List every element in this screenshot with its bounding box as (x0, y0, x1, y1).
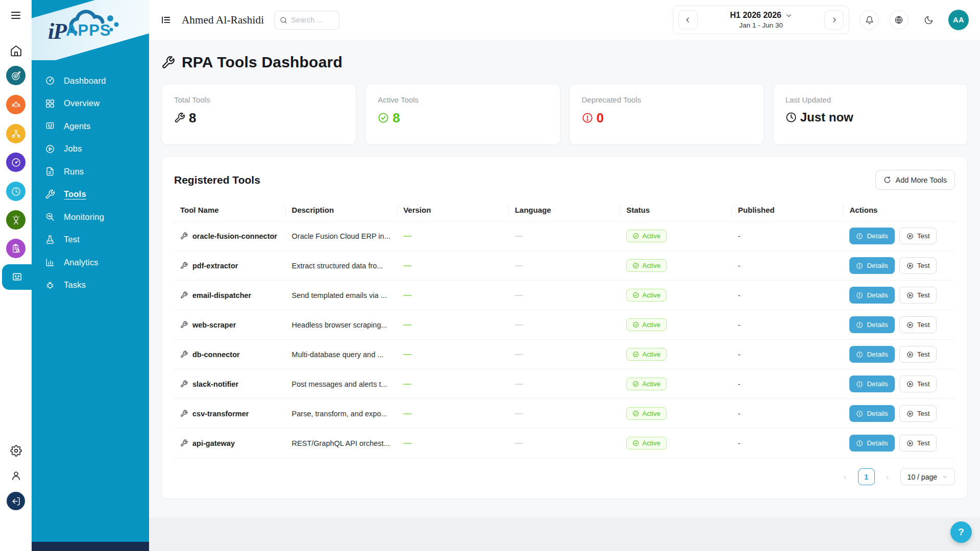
moon-icon (924, 15, 934, 25)
sidebar-collapse-icon[interactable] (160, 14, 172, 26)
column-tool-name: Tool Name (174, 199, 286, 221)
app-icon-idea[interactable] (6, 210, 26, 230)
details-button[interactable]: Details (849, 316, 894, 333)
pagination-page-1[interactable]: 1 (858, 468, 875, 485)
period-dropdown[interactable]: H1 2026 2026 Jan 1 - Jun 30 (705, 11, 817, 29)
app-icon-gauge[interactable] (6, 153, 26, 172)
details-button[interactable]: Details (849, 375, 894, 392)
pagination-prev-icon[interactable]: ‹ (839, 469, 852, 485)
app-logo: iPAPPS (32, 0, 149, 60)
sidebar-item-monitoring[interactable]: Monitoring (32, 206, 149, 229)
test-button[interactable]: Test (899, 346, 937, 363)
sidebar-item-tools[interactable]: Tools (32, 183, 149, 206)
details-button[interactable]: Details (849, 257, 894, 274)
check-circle-icon (632, 292, 639, 298)
app-icon-clipboard[interactable] (6, 239, 26, 258)
sidebar-item-overview[interactable]: Overview (32, 92, 149, 115)
play-circle-icon (906, 381, 914, 388)
status-label: Active (642, 232, 660, 240)
search-input[interactable] (291, 16, 334, 24)
pagination-next-icon[interactable]: › (881, 469, 894, 485)
column-language: Language (509, 199, 621, 221)
details-button[interactable]: Details (849, 228, 894, 244)
logout-icon[interactable] (7, 492, 25, 510)
sidebar-item-jobs[interactable]: Jobs (32, 138, 149, 161)
status-badge: Active (626, 437, 666, 449)
sidebar-item-label: Overview (64, 98, 100, 108)
check-circle-icon (632, 410, 639, 417)
pagination: ‹ 1 › 10 / page (174, 468, 955, 485)
app-icon-community[interactable] (6, 95, 26, 114)
clock-icon (786, 112, 797, 123)
test-button[interactable]: Test (899, 405, 937, 422)
details-button[interactable]: Details (849, 287, 894, 304)
home-icon[interactable] (0, 44, 32, 57)
tool-description: Parse, transform, and expo... (286, 399, 398, 429)
registered-tools-panel: Registered Tools Add More Tools Tool Nam… (161, 156, 968, 499)
period-prev-button[interactable] (678, 10, 698, 30)
info-circle-icon (856, 351, 863, 358)
page-size-select[interactable]: 10 / page (900, 468, 955, 485)
status-label: Active (642, 380, 660, 388)
hamburger-menu-icon[interactable] (0, 9, 32, 21)
app-icon-clock[interactable] (6, 182, 26, 201)
test-button[interactable]: Test (899, 435, 937, 452)
help-button[interactable]: ? (950, 521, 972, 543)
test-button[interactable]: Test (899, 375, 937, 392)
status-label: Active (642, 410, 660, 417)
details-button[interactable]: Details (849, 435, 894, 452)
tool-version: — (403, 320, 411, 329)
period-selector: H1 2026 2026 Jan 1 - Jun 30 (673, 6, 849, 34)
app-icon-agents-active[interactable] (2, 264, 32, 290)
sidebar-footer-bar (32, 542, 149, 551)
play-circle-icon (906, 233, 914, 240)
wrench-icon (180, 321, 188, 329)
app-icon-target[interactable] (6, 66, 26, 85)
test-button[interactable]: Test (899, 287, 937, 304)
test-button[interactable]: Test (899, 228, 937, 244)
avatar[interactable]: AA (948, 10, 969, 30)
details-button[interactable]: Details (849, 405, 894, 422)
notifications-button[interactable] (860, 10, 879, 30)
sidebar-item-test[interactable]: Test (32, 229, 149, 252)
tool-language: — (515, 320, 523, 329)
period-next-button[interactable] (824, 10, 844, 30)
details-label: Details (867, 291, 888, 299)
test-button[interactable]: Test (899, 257, 937, 274)
wrench-icon (180, 232, 188, 240)
table-row: email-dispatcher Send templated emails v… (174, 281, 955, 310)
app-icon-hierarchy[interactable] (6, 124, 26, 143)
add-more-tools-button[interactable]: Add More Tools (875, 170, 955, 190)
sidebar-item-label: Tasks (64, 280, 86, 290)
details-label: Details (867, 410, 888, 417)
tool-name: web-scraper (192, 321, 236, 329)
check-circle-icon (632, 262, 639, 269)
tool-published: - (732, 340, 844, 369)
test-button[interactable]: Test (899, 316, 937, 333)
page-title: RPA Tools Dashboard (182, 54, 342, 71)
wrench-icon (180, 350, 188, 358)
tool-name: api-gateway (192, 439, 235, 447)
details-label: Details (867, 380, 888, 388)
sidebar-item-analytics[interactable]: Analytics (32, 251, 149, 274)
tool-version: — (403, 232, 411, 240)
status-badge: Active (626, 259, 666, 272)
dark-mode-toggle[interactable] (919, 10, 938, 30)
details-label: Details (867, 232, 888, 240)
column-description: Description (286, 199, 398, 221)
chevron-down-icon (786, 12, 792, 19)
language-button[interactable] (889, 10, 909, 30)
details-button[interactable]: Details (849, 346, 894, 363)
tool-version: — (403, 409, 411, 418)
sidebar-item-dashboard[interactable]: Dashboard (32, 69, 149, 92)
table-row: pdf-extractor Extract structured data fr… (174, 251, 955, 281)
test-label: Test (917, 232, 930, 240)
settings-gear-icon[interactable] (0, 445, 32, 457)
sidebar-item-tasks[interactable]: Tasks (32, 274, 149, 297)
sidebar-item-runs[interactable]: Runs (32, 160, 149, 183)
profile-person-icon[interactable] (0, 470, 32, 482)
details-label: Details (867, 262, 888, 269)
page-content: RPA Tools Dashboard Total Tools 8 Active… (149, 40, 980, 499)
sidebar-item-agents[interactable]: Agents (32, 115, 149, 138)
tool-published: - (732, 429, 844, 458)
